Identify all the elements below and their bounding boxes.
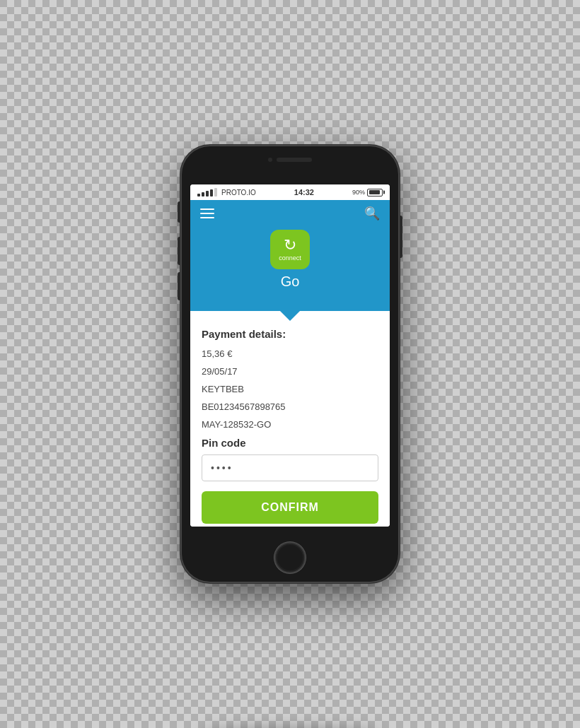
hamburger-line-1 [200, 209, 214, 210]
payment-iban: BE01234567898765 [202, 400, 378, 413]
signal-dot-2 [202, 192, 204, 196]
scene: PROTO.IO 14:32 90% [0, 0, 580, 728]
connect-logo-text: connect [279, 254, 301, 262]
search-button[interactable]: 🔍 [364, 206, 380, 221]
speaker [277, 158, 312, 162]
app-title: Go [281, 274, 300, 290]
status-bar: PROTO.IO 14:32 90% [190, 184, 390, 200]
battery-area: 90% [352, 189, 383, 196]
home-button[interactable] [274, 542, 306, 573]
signal-dots [197, 188, 217, 196]
payment-bic: KEYTBEB [202, 382, 378, 396]
app-header: 🔍 ↻ connect Go [190, 200, 390, 311]
signal-dot-4 [210, 189, 213, 196]
connect-logo-icon: ↻ [284, 237, 296, 253]
front-camera [268, 158, 272, 162]
left-buttons [178, 201, 180, 300]
signal-dot-3 [206, 191, 209, 196]
confirm-button[interactable]: CONFIRM [202, 491, 378, 524]
connect-logo: ↻ connect [270, 230, 310, 269]
payment-date: 29/05/17 [202, 365, 378, 378]
payment-section-title: Payment details: [202, 328, 378, 340]
menu-button[interactable] [200, 209, 214, 218]
hamburger-line-3 [200, 217, 214, 218]
phone-top-notch [268, 158, 312, 162]
status-time: 14:32 [294, 188, 314, 196]
battery-percent: 90% [352, 189, 365, 196]
carrier-name: PROTO.IO [221, 189, 256, 196]
header-content: ↻ connect Go [200, 230, 380, 290]
screen: PROTO.IO 14:32 90% [190, 184, 390, 527]
signal-dot-5 [214, 188, 217, 196]
pin-code-label: Pin code [202, 437, 378, 449]
hamburger-line-2 [200, 213, 214, 214]
signal-dot-1 [197, 194, 200, 196]
payment-amount: 15,36 € [202, 347, 378, 360]
phone-mockup: PROTO.IO 14:32 90% [180, 145, 400, 583]
payment-content: Payment details: 15,36 € 29/05/17 KEYTBE… [190, 314, 390, 527]
battery-fill [369, 190, 380, 194]
payment-reference: MAY-128532-GO [202, 418, 378, 431]
pin-input[interactable] [202, 454, 378, 481]
battery-icon [367, 189, 383, 196]
header-top-bar: 🔍 [200, 206, 380, 221]
signal-area: PROTO.IO [197, 188, 256, 196]
header-arrow [280, 311, 300, 321]
